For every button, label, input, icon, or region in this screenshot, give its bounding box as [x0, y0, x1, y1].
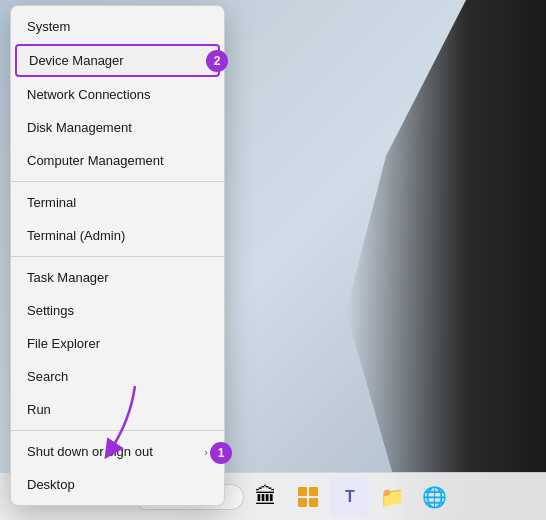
submenu-arrow-icon: › — [204, 446, 208, 458]
menu-item-network-connections[interactable]: Network Connections — [11, 78, 224, 111]
taskbar-files-icon[interactable] — [288, 477, 328, 517]
menu-item-device-manager[interactable]: Device Manager 2 — [15, 44, 220, 77]
taskbar-widgets-icon[interactable]: 🏛 — [246, 477, 286, 517]
menu-item-file-explorer[interactable]: File Explorer — [11, 327, 224, 360]
svg-rect-5 — [309, 487, 318, 496]
taskbar-file-explorer-icon[interactable]: 📁 — [372, 477, 412, 517]
separator-2 — [11, 256, 224, 257]
svg-rect-6 — [298, 498, 307, 507]
menu-item-terminal[interactable]: Terminal — [11, 186, 224, 219]
menu-item-terminal-admin[interactable]: Terminal (Admin) — [11, 219, 224, 252]
menu-item-desktop[interactable]: Desktop — [11, 468, 224, 501]
taskbar-teams-icon[interactable]: T — [330, 477, 370, 517]
desktop: System Device Manager 2 Network Connecti… — [0, 0, 546, 520]
menu-item-disk-management[interactable]: Disk Management — [11, 111, 224, 144]
separator-1 — [11, 181, 224, 182]
taskbar-edge-icon[interactable]: 🌐 — [414, 477, 454, 517]
arrow-annotation — [80, 381, 170, 465]
svg-rect-7 — [309, 498, 318, 507]
badge-2: 2 — [206, 50, 228, 72]
menu-item-system[interactable]: System — [11, 10, 224, 43]
svg-rect-4 — [298, 487, 307, 496]
files-grid-icon — [297, 486, 319, 508]
menu-item-task-manager[interactable]: Task Manager — [11, 261, 224, 294]
menu-item-settings[interactable]: Settings — [11, 294, 224, 327]
menu-item-computer-management[interactable]: Computer Management — [11, 144, 224, 177]
